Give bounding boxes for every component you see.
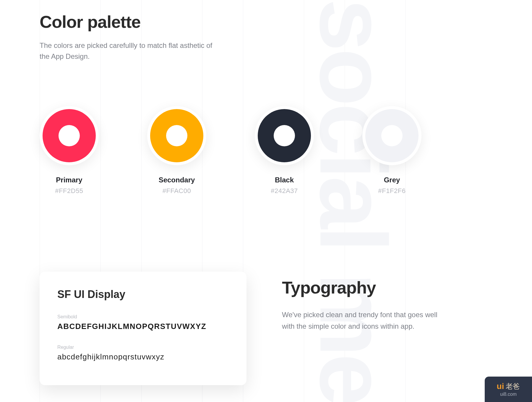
- weight-block-semibold: Semibold ABCDEFGHIJKLMNOPQRSTUVWXYZ: [57, 314, 229, 331]
- watermark-brand: ui: [497, 382, 504, 391]
- typography-title: Typography: [282, 278, 492, 297]
- swatch-hex: #242A37: [271, 187, 298, 195]
- palette-description: The colors are picked carefullly to matc…: [40, 40, 214, 62]
- swatch-hex: #FFAC00: [163, 187, 191, 195]
- color-ring-icon: [43, 109, 96, 162]
- swatch-hex: #FF2D55: [55, 187, 83, 195]
- palette-swatches: Primary #FF2D55 Secondary #FFAC00 Black …: [40, 106, 492, 195]
- weight-sample: abcdefghijklmnopqrstuvwxyz: [57, 352, 229, 362]
- weight-label: Semibold: [57, 314, 229, 320]
- watermark-cn: 老爸: [506, 382, 520, 391]
- typography-card: SF UI Display Semibold ABCDEFGHIJKLMNOPQ…: [40, 272, 246, 385]
- swatch-name: Black: [275, 176, 294, 184]
- color-ring-icon: [258, 109, 311, 162]
- ring-hole: [166, 125, 187, 146]
- swatch-black: Black #242A37: [255, 106, 314, 195]
- ring-hole: [59, 125, 80, 146]
- palette-title: Color palette: [40, 12, 492, 32]
- swatch-primary: Primary #FF2D55: [40, 106, 99, 195]
- weight-sample: ABCDEFGHIJKLMNOPQRSTUVWXYZ: [57, 322, 229, 331]
- font-name: SF UI Display: [57, 288, 229, 301]
- swatch-ring-wrap: [362, 106, 421, 165]
- ring-hole: [381, 125, 403, 146]
- weight-block-regular: Regular abcdefghijklmnopqrstuvwxyz: [57, 345, 229, 362]
- swatch-ring-wrap: [40, 106, 99, 165]
- weight-label: Regular: [57, 345, 229, 350]
- typography-section: Typography We've picked clean and trendy…: [282, 272, 492, 332]
- swatch-hex: #F1F2F6: [378, 187, 406, 195]
- swatch-ring-wrap: [255, 106, 314, 165]
- watermark-badge: ui 老爸 ui8.com: [485, 377, 532, 402]
- color-ring-icon: [365, 109, 419, 162]
- swatch-grey: Grey #F1F2F6: [362, 106, 421, 195]
- typography-description: We've picked clean and trendy font that …: [282, 309, 447, 332]
- swatch-secondary: Secondary #FFAC00: [147, 106, 206, 195]
- color-ring-icon: [150, 109, 203, 162]
- watermark-url: ui8.com: [500, 392, 517, 397]
- swatch-name: Grey: [384, 176, 400, 184]
- watermark-brand-row: ui 老爸: [497, 382, 520, 391]
- swatch-name: Secondary: [159, 176, 195, 184]
- swatch-name: Primary: [56, 176, 82, 184]
- swatch-ring-wrap: [147, 106, 206, 165]
- ring-hole: [274, 125, 295, 146]
